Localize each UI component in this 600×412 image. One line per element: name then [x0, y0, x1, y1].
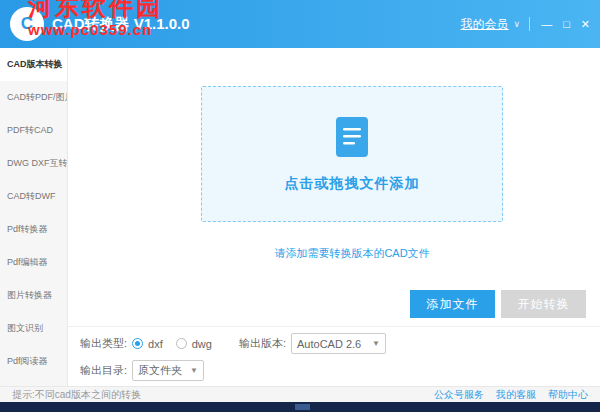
- status-tip: 提示:不同cad版本之间的转换: [12, 388, 141, 402]
- radio-dwg[interactable]: [176, 338, 187, 349]
- title-bar: C CAD转换器 V1.1.0.0 我的会员 ∨ — □ ✕: [0, 0, 600, 48]
- bottom-dark-bar: [0, 402, 600, 412]
- help-center-link[interactable]: 帮助中心: [548, 388, 588, 402]
- caret-down-icon: ▼: [372, 339, 380, 348]
- status-links: 公众号服务 我的客服 帮助中心: [434, 388, 588, 402]
- add-files-button[interactable]: 添加文件: [410, 290, 495, 318]
- header-right: 我的会员 ∨ — □ ✕: [461, 16, 590, 33]
- output-version-select[interactable]: AutoCAD 2.6 ▼: [291, 333, 386, 354]
- output-version-label: 输出版本:: [239, 336, 286, 351]
- output-version-value: AutoCAD 2.6: [297, 338, 361, 350]
- sidebar-item-dwg-dxf-convert[interactable]: DWG DXF互转: [0, 147, 67, 180]
- sidebar-item-pdf-reader[interactable]: Pdf阅读器: [0, 345, 67, 378]
- official-account-link[interactable]: 公众号服务: [434, 388, 484, 402]
- document-icon: [334, 116, 370, 162]
- maximize-button[interactable]: □: [563, 19, 570, 30]
- chevron-down-icon[interactable]: ∨: [514, 19, 521, 29]
- output-dir-select[interactable]: 原文件夹 ▼: [132, 360, 204, 381]
- output-dir-row: 输出目录: 原文件夹 ▼: [80, 360, 204, 381]
- radio-dwg-label[interactable]: dwg: [192, 338, 212, 350]
- main-panel: 点击或拖拽文件添加 请添加需要转换版本的CAD文件 添加文件 开始转换 输出类型…: [68, 48, 600, 386]
- radio-dxf[interactable]: [132, 338, 143, 349]
- sidebar: CAD版本转换 CAD转PDF/图片 PDF转CAD DWG DXF互转 CAD…: [0, 48, 68, 386]
- sidebar-item-pdf-to-cad[interactable]: PDF转CAD: [0, 114, 67, 147]
- sidebar-item-cad-to-pdf-image[interactable]: CAD转PDF/图片: [0, 81, 67, 114]
- status-bar: 提示:不同cad版本之间的转换 公众号服务 我的客服 帮助中心: [0, 386, 600, 402]
- action-buttons: 添加文件 开始转换: [410, 290, 586, 318]
- minimize-button[interactable]: —: [541, 19, 552, 30]
- sidebar-item-ocr[interactable]: 图文识别: [0, 312, 67, 345]
- sidebar-item-cad-to-dwf[interactable]: CAD转DWF: [0, 180, 67, 213]
- dropzone-text: 点击或拖拽文件添加: [285, 175, 420, 193]
- output-dir-label: 输出目录:: [80, 363, 127, 378]
- app-logo: C: [10, 7, 44, 41]
- output-type-label: 输出类型:: [80, 336, 127, 351]
- customer-service-link[interactable]: 我的客服: [496, 388, 536, 402]
- file-dropzone[interactable]: 点击或拖拽文件添加: [201, 86, 503, 222]
- taskbar-item: [295, 404, 310, 410]
- app-title: CAD转换器 V1.1.0.0: [52, 15, 190, 34]
- add-file-hint: 请添加需要转换版本的CAD文件: [201, 246, 503, 261]
- my-membership-link[interactable]: 我的会员: [461, 16, 509, 33]
- close-button[interactable]: ✕: [581, 19, 590, 30]
- start-convert-button[interactable]: 开始转换: [501, 290, 586, 318]
- output-type-row: 输出类型: dxf dwg 输出版本: AutoCAD 2.6 ▼: [80, 333, 386, 354]
- sidebar-item-pdf-converter[interactable]: Pdf转换器: [0, 213, 67, 246]
- radio-dxf-label[interactable]: dxf: [148, 338, 163, 350]
- sidebar-item-image-converter[interactable]: 图片转换器: [0, 279, 67, 312]
- output-dir-value: 原文件夹: [138, 363, 182, 378]
- output-section-divider: [68, 326, 600, 327]
- sidebar-item-pdf-editor[interactable]: Pdf编辑器: [0, 246, 67, 279]
- sidebar-item-cad-version-convert[interactable]: CAD版本转换: [0, 48, 67, 81]
- caret-down-icon: ▼: [190, 366, 198, 375]
- header-divider: [529, 17, 530, 31]
